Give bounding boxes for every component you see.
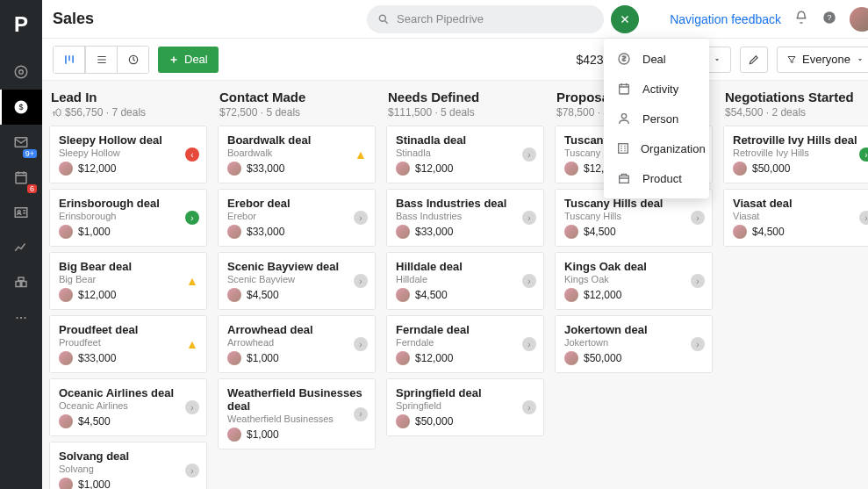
column-title: Needs Defined — [388, 90, 542, 104]
view-forecast[interactable] — [117, 47, 148, 73]
nav-products[interactable] — [0, 265, 42, 300]
left-nav: P $ 9+ 6 — [0, 0, 42, 489]
owner-avatar — [396, 351, 410, 365]
dropdown-item-activity[interactable]: Activity — [604, 74, 709, 104]
deal-card[interactable]: Proudfeet deal Proudfeet $33,000 ▲ — [49, 315, 207, 373]
status-icon: › — [691, 211, 705, 225]
view-toggle — [53, 46, 149, 74]
deal-org: Boardwalk — [227, 147, 366, 158]
owner-avatar — [564, 162, 578, 176]
deal-card[interactable]: Boardwalk deal Boardwalk $33,000 ▲ — [218, 126, 376, 183]
owner-avatar — [733, 225, 747, 239]
chevron-down-icon — [713, 55, 721, 64]
logo[interactable]: P — [14, 12, 28, 37]
deal-amount: $12,000 — [415, 162, 453, 175]
deal-org: Sleepy Hollow — [59, 147, 197, 158]
deal-org: Ferndale — [396, 337, 534, 348]
search-input[interactable]: Search Pipedrive — [367, 5, 604, 33]
owner-avatar — [59, 162, 73, 176]
deal-card[interactable]: Erinsborough deal Erinsborough $1,000 › — [49, 189, 207, 247]
nav-calendar[interactable]: 6 — [0, 160, 42, 195]
status-icon: ▲ — [354, 147, 368, 162]
add-deal-button[interactable]: Deal — [158, 47, 219, 73]
deal-amount: $4,500 — [584, 226, 616, 238]
deal-org: Tuscany Hills — [564, 211, 703, 221]
deal-org: Jokertown — [564, 337, 703, 348]
svg-point-1 — [15, 66, 27, 78]
deal-name: Oceanic Airlines deal — [59, 386, 197, 399]
add-button[interactable] — [611, 5, 639, 33]
deal-amount: $12,000 — [415, 352, 453, 364]
deal-name: Stinadla deal — [396, 133, 534, 147]
nav-focus[interactable] — [0, 54, 42, 90]
deal-card[interactable]: Oceanic Airlines deal Oceanic Airlines $… — [49, 378, 207, 436]
status-icon: › — [354, 337, 368, 351]
nav-deals[interactable]: $ — [0, 90, 42, 125]
calendar-icon — [616, 82, 632, 96]
nav-feedback-link[interactable]: Navigation feedback — [670, 12, 781, 26]
nav-contacts[interactable] — [0, 195, 42, 230]
view-list[interactable] — [85, 47, 117, 73]
deal-org: Hilldale — [396, 274, 534, 284]
deal-card[interactable]: Springfield deal Springfield $50,000 › — [386, 378, 544, 436]
deal-org: Kings Oak — [564, 274, 703, 284]
dropdown-item-organization[interactable]: Organization — [604, 133, 709, 163]
svg-text:?: ? — [827, 13, 831, 22]
deal-card[interactable]: Hilldale deal Hilldale $4,500 › — [386, 252, 544, 310]
svg-text:$: $ — [18, 103, 23, 111]
deal-card[interactable]: Solvang deal Solvang $1,000 › — [49, 442, 207, 489]
nav-insights[interactable] — [0, 230, 42, 265]
user-avatar[interactable] — [850, 7, 868, 32]
deal-name: Tuscany Hills deal — [564, 197, 703, 210]
user-filter[interactable]: Everyone — [777, 47, 868, 73]
deal-amount: $1,000 — [247, 352, 279, 364]
owner-avatar — [227, 162, 241, 176]
deal-card[interactable]: Sleepy Hollow deal Sleepy Hollow $12,000… — [49, 126, 207, 183]
status-icon: › — [354, 211, 368, 225]
announce-icon[interactable] — [793, 10, 809, 29]
svg-rect-22 — [620, 176, 629, 183]
deal-card[interactable]: Jokertown deal Jokertown $50,000 › — [555, 315, 713, 373]
edit-pipeline-button[interactable] — [740, 47, 768, 73]
help-icon[interactable]: ? — [821, 10, 837, 29]
deal-name: Arrowhead deal — [227, 323, 366, 336]
deal-card[interactable]: Erebor deal Erebor $33,000 › — [218, 189, 376, 247]
deal-name: Retroville Ivy Hills deal — [733, 133, 868, 147]
deal-amount: $33,000 — [415, 226, 453, 238]
deal-org: Springfield — [396, 400, 534, 411]
owner-avatar — [59, 288, 73, 302]
deal-name: Hilldale deal — [396, 260, 534, 273]
nav-mail[interactable]: 9+ — [0, 125, 42, 160]
deal-card[interactable]: Big Bear deal Big Bear $12,000 ▲ — [49, 252, 207, 310]
deal-card[interactable]: Kings Oak deal Kings Oak $12,000 › — [555, 252, 713, 310]
status-icon: › — [185, 400, 199, 414]
status-icon: › — [691, 337, 705, 351]
svg-point-0 — [19, 70, 24, 75]
view-kanban[interactable] — [54, 47, 85, 73]
deal-name: Erebor deal — [227, 197, 366, 210]
page-title: Sales — [53, 10, 94, 28]
deal-card[interactable]: Arrowhead deal Arrowhead $1,000 › — [218, 315, 376, 373]
svg-rect-9 — [22, 282, 26, 287]
dropdown-item-person[interactable]: Person — [604, 104, 709, 133]
dropdown-item-deal[interactable]: Deal — [604, 44, 709, 74]
dropdown-item-product[interactable]: Product — [604, 163, 709, 193]
deal-org: Weatherfield Businesses — [227, 413, 366, 424]
svg-point-7 — [18, 211, 20, 213]
nav-more[interactable] — [0, 300, 42, 335]
deal-card[interactable]: Retroville Ivy Hills deal Retroville Ivy… — [723, 126, 868, 183]
deal-card[interactable]: Ferndale deal Ferndale $12,000 › — [386, 315, 544, 373]
deal-card[interactable]: Viasat deal Viasat $4,500 › — [723, 189, 868, 247]
svg-rect-19 — [620, 84, 629, 94]
filter-icon — [786, 54, 797, 65]
deal-card[interactable]: Bass Industries deal Bass Industries $33… — [386, 189, 544, 247]
svg-rect-5 — [16, 173, 26, 183]
deal-card[interactable]: Weatherfield Businesses deal Weatherfiel… — [218, 378, 376, 449]
deal-card[interactable]: Scenic Bayview deal Scenic Bayview $4,50… — [218, 252, 376, 310]
owner-avatar — [59, 351, 73, 365]
deal-amount: $33,000 — [247, 226, 284, 238]
deal-card[interactable]: Stinadla deal Stinadla $12,000 › — [386, 126, 544, 183]
deal-name: Scenic Bayview deal — [227, 260, 366, 273]
owner-avatar — [396, 225, 410, 239]
owner-avatar — [564, 351, 578, 365]
